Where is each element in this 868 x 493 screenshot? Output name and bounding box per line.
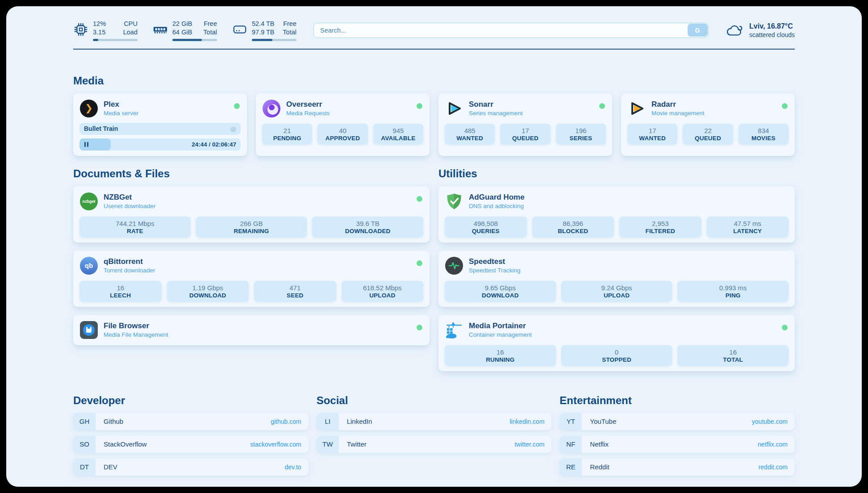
app-card-nzbget[interactable]: nzbget NZBGet Usenet downloader 744.21 M… [73, 186, 430, 242]
link-row-dev[interactable]: DT DEV dev.to [73, 459, 309, 476]
app-name: Overseerr [286, 100, 330, 109]
stat-box: 86,396BLOCKED [532, 217, 614, 237]
entertainment-section: Entertainment YT YouTube youtube.com NF … [559, 394, 795, 476]
status-online-dot [417, 325, 422, 330]
speedtest-icon [445, 257, 463, 275]
nzbget-icon: nzbget [80, 192, 98, 210]
app-card-adguard[interactable]: AdGuard Home DNS and adblocking 498,508Q… [438, 186, 795, 242]
link-url: stackoverflow.com [250, 441, 301, 448]
app-card-overseerr[interactable]: Overseerr Media Requests 21PENDING 40APP… [256, 93, 430, 156]
status-online-dot [417, 260, 422, 266]
stat-box: 22QUEUED [683, 124, 733, 144]
app-desc: DNS and adblocking [469, 203, 525, 209]
stat-box: 0STOPPED [561, 345, 672, 366]
ram-label-top: Free [204, 20, 217, 27]
session-icon[interactable]: ◎ [230, 125, 236, 132]
search-input[interactable] [313, 23, 709, 38]
stat-box: 196SERIES [556, 124, 606, 144]
stat-box: 945AVAILABLE [373, 124, 423, 144]
radarr-icon [628, 100, 646, 117]
link-row-reddit[interactable]: RE Reddit reddit.com [559, 459, 795, 476]
app-name: qBittorrent [104, 257, 155, 266]
ram-progressbar [172, 39, 217, 41]
filebrowser-icon [80, 321, 98, 339]
playback-time: 24:44 / 02:06:47 [192, 138, 236, 150]
link-url: reddit.com [759, 464, 788, 471]
link-row-youtube[interactable]: YT YouTube youtube.com [559, 413, 795, 430]
section-title-utilities: Utilities [438, 167, 795, 180]
link-row-github[interactable]: GH Github github.com [73, 413, 309, 430]
stat-box: 485WANTED [445, 124, 495, 144]
dashboard-screen: 12% 3.15 CPU Load 22 GiB [0, 0, 868, 493]
ram-total: 64 GiB [172, 29, 192, 36]
app-card-qbittorrent[interactable]: qb qBittorrent Torrent downloader 16LEEC… [73, 251, 430, 307]
app-desc: Movie management [651, 110, 705, 117]
stat-box: 9.24 GbpsUPLOAD [561, 281, 672, 301]
app-desc: Media server [104, 110, 138, 117]
app-name: AdGuard Home [469, 193, 525, 202]
link-name: DEV [104, 463, 285, 471]
app-name: Plex [104, 100, 138, 109]
stat-box: 0.993 msPING [677, 281, 789, 301]
disk-total: 97.9 TB [252, 29, 275, 36]
app-name: NZBGet [104, 193, 155, 202]
section-title-media: Media [73, 75, 795, 87]
stat-box: 498,508QUERIES [445, 217, 527, 237]
link-url: netflix.com [758, 441, 788, 448]
weather-widget: Lviv, 16.87°C scattered clouds [726, 22, 795, 38]
link-badge: LI [317, 413, 339, 430]
link-row-stackoverflow[interactable]: SO StackOverflow stackoverflow.com [73, 436, 309, 453]
app-card-filebrowser[interactable]: File Browser Media File Management [73, 315, 430, 345]
playback-progressbar: 24:44 / 02:06:47 [79, 138, 241, 150]
disk-progressbar [252, 39, 296, 41]
cpu-progressbar [93, 39, 138, 41]
app-card-sonarr[interactable]: Sonarr Series management 485WANTED 17QUE… [438, 93, 612, 156]
cpu-label-bottom: Load [123, 29, 138, 36]
cloud-icon [726, 23, 744, 38]
now-playing-title: Bullet Train [84, 125, 230, 132]
cpu-load-value: 3.15 [93, 29, 105, 36]
ram-free: 22 GiB [172, 20, 192, 27]
stat-box: 17QUEUED [500, 124, 550, 144]
app-name: Media Portainer [469, 322, 532, 330]
status-online-dot [782, 325, 788, 330]
pause-icon [84, 142, 86, 147]
header-divider [73, 49, 795, 50]
link-name: LinkedIn [347, 418, 510, 425]
stat-box: 39.6 TBDOWNLOADED [312, 217, 423, 237]
app-desc: Media File Management [104, 331, 168, 338]
cpu-label-top: CPU [124, 20, 138, 27]
developer-section: Developer GH Github github.com SO StackO… [73, 394, 309, 476]
app-desc: Container management [469, 331, 532, 338]
link-row-twitter[interactable]: TW Twitter twitter.com [317, 436, 552, 453]
stat-box: 834MOVIES [739, 124, 789, 144]
link-name: Twitter [347, 440, 515, 448]
link-badge: TW [317, 436, 339, 453]
playback-progress-fill [79, 138, 111, 150]
stat-box: 471SEED [254, 281, 336, 301]
stat-box: 2,953FILTERED [619, 217, 701, 237]
app-name: Radarr [651, 100, 705, 109]
link-url: youtube.com [752, 418, 788, 425]
portainer-icon [445, 321, 463, 339]
link-url: twitter.com [514, 441, 544, 448]
app-card-radarr[interactable]: Radarr Movie management 17WANTED 22QUEUE… [621, 93, 795, 156]
link-row-linkedin[interactable]: LI LinkedIn linkedin.com [317, 413, 552, 430]
two-column-area: Documents & Files nzbget NZBGet Usenet d… [73, 167, 795, 371]
link-row-netflix[interactable]: NF Netflix netflix.com [559, 436, 795, 453]
app-card-plex[interactable]: ❯ Plex Media server Bullet Train ◎ 24:44… [73, 93, 247, 156]
link-badge: GH [73, 413, 96, 430]
sonarr-icon [445, 100, 463, 117]
link-name: Github [104, 418, 271, 425]
google-search-button[interactable]: G [688, 24, 708, 37]
section-title-social: Social [317, 394, 552, 407]
app-card-portainer[interactable]: Media Portainer Container management 16R… [438, 315, 795, 371]
link-badge: RE [559, 459, 582, 476]
media-row: ❯ Plex Media server Bullet Train ◎ 24:44… [73, 93, 795, 156]
stat-box: 1.19 GbpsDOWNLOAD [167, 281, 249, 301]
disk-stat: 52.4 TB 97.9 TB Free Total [232, 20, 296, 41]
disk-free: 52.4 TB [252, 20, 275, 27]
link-url: linkedin.com [510, 418, 545, 425]
app-name: Speedtest [469, 257, 521, 266]
app-card-speedtest[interactable]: Speedtest Speedtest Tracking 9.65 GbpsDO… [438, 251, 795, 307]
